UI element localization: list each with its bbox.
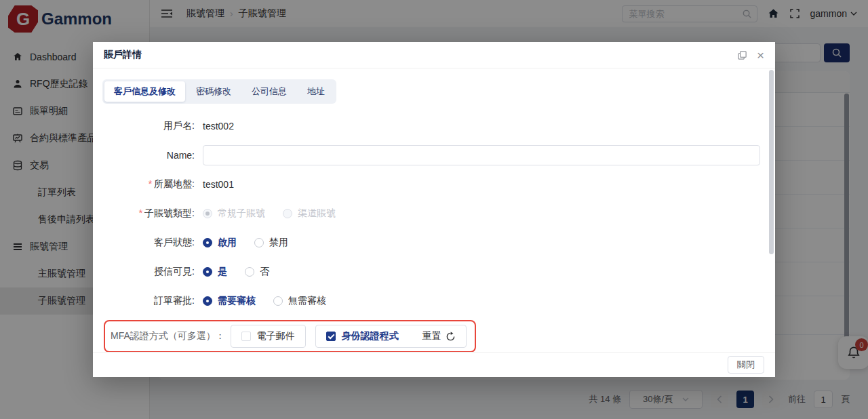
dialog-body: 客戶信息及修改 密碼修改 公司信息 地址 用戶名: test002 Name: … bbox=[93, 68, 775, 382]
radio-icon bbox=[203, 267, 212, 277]
radio-icon bbox=[245, 267, 254, 277]
status-label: 客戶狀態: bbox=[102, 237, 203, 249]
form-row-account-type: *子賬號類型: 常規子賬號 渠道賬號 bbox=[102, 203, 764, 224]
radio-disabled[interactable]: 禁用 bbox=[254, 237, 288, 249]
mfa-highlight-box: MFA認證方式（可多選）： 電子郵件 身份認證程式 重置 bbox=[104, 320, 476, 353]
form-row-username: 用戶名: test002 bbox=[102, 116, 764, 136]
site-value: test001 bbox=[203, 179, 234, 190]
refresh-icon bbox=[446, 332, 456, 342]
tab-password-change[interactable]: 密碼修改 bbox=[186, 81, 241, 102]
order-approval-radio-group: 需要審核 無需審核 bbox=[203, 295, 326, 307]
radio-icon bbox=[203, 296, 212, 306]
form-row-site: *所屬地盤: test001 bbox=[102, 174, 764, 195]
form-row-credit-visible: 授信可見: 是 否 bbox=[102, 262, 764, 282]
mfa-checkbox-authenticator[interactable]: 身份認證程式 重置 bbox=[315, 325, 467, 348]
radio-channel-account: 渠道賬號 bbox=[283, 207, 336, 220]
status-radio-group: 啟用 禁用 bbox=[203, 237, 288, 249]
radio-approval-required[interactable]: 需要審核 bbox=[203, 295, 256, 307]
account-details-dialog: 賬戶詳情 × 客戶信息及修改 密碼修改 公司信息 地址 用戶名: test002… bbox=[93, 42, 775, 377]
checkbox-icon bbox=[326, 332, 336, 341]
mfa-reset-button[interactable]: 重置 bbox=[422, 330, 456, 342]
credit-visible-radio-group: 是 否 bbox=[203, 266, 269, 278]
form-row-order-approval: 訂單審批: 需要審核 無需審核 bbox=[102, 291, 764, 311]
username-value: test002 bbox=[203, 121, 234, 132]
maximize-icon[interactable] bbox=[737, 50, 747, 60]
form-row-mfa: MFA認證方式（可多選）： 電子郵件 身份認證程式 重置 bbox=[102, 320, 764, 353]
username-label: 用戶名: bbox=[102, 120, 203, 132]
name-input[interactable] bbox=[203, 145, 760, 165]
radio-icon bbox=[273, 296, 283, 306]
credit-visible-label: 授信可見: bbox=[102, 266, 203, 278]
mfa-label: MFA認證方式（可多選）： bbox=[111, 330, 231, 342]
dialog-tabs: 客戶信息及修改 密碼修改 公司信息 地址 bbox=[102, 79, 336, 104]
tab-customer-info[interactable]: 客戶信息及修改 bbox=[104, 81, 185, 102]
radio-no[interactable]: 否 bbox=[245, 266, 269, 278]
radio-icon bbox=[283, 209, 292, 218]
account-form: 用戶名: test002 Name: *所屬地盤: test001 *子賬號類型… bbox=[102, 116, 764, 382]
name-label: Name: bbox=[102, 150, 203, 161]
close-icon[interactable]: × bbox=[757, 49, 764, 62]
radio-regular-subaccount: 常規子賬號 bbox=[203, 207, 265, 220]
account-type-label: *子賬號類型: bbox=[102, 207, 203, 220]
dialog-title: 賬戶詳情 bbox=[104, 49, 142, 61]
required-asterisk: * bbox=[149, 178, 152, 189]
radio-icon bbox=[203, 209, 212, 218]
form-row-name: Name: bbox=[102, 145, 764, 165]
dialog-header: 賬戶詳情 × bbox=[93, 42, 775, 68]
radio-enabled[interactable]: 啟用 bbox=[203, 237, 237, 249]
account-type-radio-group: 常規子賬號 渠道賬號 bbox=[203, 207, 336, 220]
form-row-status: 客戶狀態: 啟用 禁用 bbox=[102, 233, 764, 253]
tab-company-info[interactable]: 公司信息 bbox=[242, 81, 296, 102]
tab-address[interactable]: 地址 bbox=[298, 81, 334, 102]
dialog-scrollbar-thumb[interactable] bbox=[769, 70, 774, 254]
radio-yes[interactable]: 是 bbox=[203, 266, 227, 278]
radio-icon bbox=[254, 238, 264, 247]
radio-icon bbox=[203, 238, 212, 247]
order-approval-label: 訂單審批: bbox=[102, 295, 203, 307]
radio-approval-not-required[interactable]: 無需審核 bbox=[273, 295, 326, 307]
dialog-footer: 關閉 bbox=[93, 352, 775, 377]
checkbox-icon bbox=[241, 332, 251, 341]
required-asterisk: * bbox=[139, 207, 142, 218]
site-label: *所屬地盤: bbox=[102, 178, 203, 191]
mfa-checkbox-email[interactable]: 電子郵件 bbox=[231, 325, 306, 348]
reset-label: 重置 bbox=[422, 330, 441, 342]
close-button[interactable]: 關閉 bbox=[728, 356, 764, 374]
